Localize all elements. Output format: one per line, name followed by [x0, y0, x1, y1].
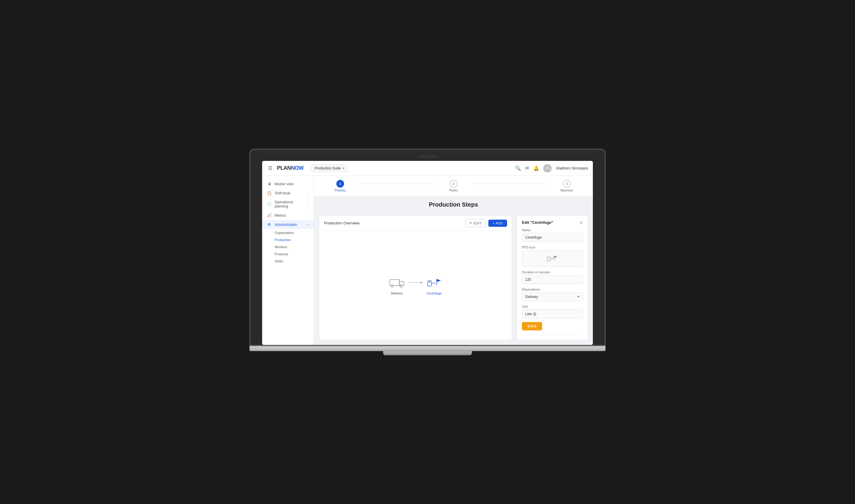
- sidebar-sub-item-products[interactable]: Products: [262, 251, 314, 258]
- content-area: 1 Process 2 Plants: [314, 176, 593, 345]
- step-label-plants: Plants: [449, 189, 458, 192]
- panel-title: Edit "Centrifuge": [522, 220, 553, 225]
- field-duration: Duration in minutes: [522, 270, 583, 284]
- main-split: Production Overview ✏ EDIT + ADD: [314, 211, 593, 345]
- edit-label: EDIT: [474, 221, 482, 225]
- svg-rect-8: [547, 257, 550, 261]
- metrics-icon: 📈: [267, 213, 272, 218]
- step-circle-machines: 3: [563, 180, 571, 187]
- canvas-header: Production Overview ✏ EDIT + ADD: [319, 216, 512, 231]
- sub-item-label: Workers: [274, 245, 287, 249]
- sub-item-label: Shifts: [274, 259, 283, 263]
- sub-item-label: Organization: [274, 231, 294, 234]
- laptop-screen: ☰ PLAN NOW Production Suite ▾ 🔍 ✉ 🔔 VS: [249, 149, 606, 346]
- app-body: 🖥 Master view 📋 Shift book › 📄 Operation…: [262, 176, 593, 345]
- laptop-base: [249, 346, 606, 351]
- chevron-right-icon: ›: [308, 214, 309, 217]
- canvas-body: Delivery: [319, 231, 512, 340]
- pfd-icon-box[interactable]: [522, 250, 583, 267]
- flow-arrow: [409, 282, 423, 284]
- duration-label: Duration in minutes: [522, 270, 583, 274]
- unit-label: Unit: [522, 305, 583, 308]
- avatar-initials: VS: [545, 166, 550, 170]
- close-button[interactable]: ✕: [580, 220, 583, 225]
- dependency-label: Dependency: [522, 288, 583, 291]
- sidebar-item-master-view[interactable]: 🖥 Master view: [262, 179, 314, 188]
- save-button[interactable]: SAVE: [522, 322, 542, 330]
- search-icon[interactable]: 🔍: [515, 165, 521, 171]
- logo: PLAN NOW: [277, 165, 304, 171]
- step-line-1: [359, 184, 434, 184]
- pfd-label: PFD icon: [522, 246, 583, 249]
- step-label-machines: Machines: [560, 189, 573, 192]
- menu-icon[interactable]: ☰: [267, 164, 273, 172]
- suite-chevron-icon: ▾: [343, 166, 344, 170]
- edit-icon: ✏: [469, 221, 472, 225]
- stepper: 1 Process 2 Plants: [314, 176, 593, 197]
- suite-selector[interactable]: Production Suite ▾: [311, 164, 348, 172]
- laptop-notch: [418, 155, 437, 159]
- user-name: Vladimirs Simonjans: [556, 166, 588, 170]
- sidebar-item-operational-planning[interactable]: 📄 Operational planning ›: [262, 198, 314, 211]
- sidebar-item-label: Master view: [274, 182, 293, 186]
- svg-point-2: [400, 285, 402, 287]
- panel-divider: [522, 335, 583, 336]
- production-canvas: Production Overview ✏ EDIT + ADD: [319, 215, 512, 340]
- centrifuge-label: Centrifuge: [427, 291, 442, 295]
- canvas-actions: ✏ EDIT + ADD: [465, 219, 507, 227]
- chevron-right-icon: ›: [308, 203, 309, 206]
- panel-header: Edit "Centrifuge" ✕: [522, 220, 583, 225]
- page-title: Production Steps: [314, 197, 593, 211]
- sidebar-sub-item-organization[interactable]: Organization: [262, 229, 314, 236]
- add-button[interactable]: + ADD: [488, 220, 507, 227]
- logo-plan: PLAN: [277, 165, 291, 171]
- sidebar-sub-item-workers[interactable]: Workers: [262, 244, 314, 251]
- node-centrifuge[interactable]: Centrifuge: [426, 276, 443, 295]
- administration-icon: ⚙: [267, 222, 272, 227]
- sub-item-label: Production: [274, 238, 291, 241]
- name-input[interactable]: [522, 233, 583, 242]
- operational-planning-icon: 📄: [267, 202, 272, 206]
- step-plants: 2 Plants: [434, 180, 472, 192]
- delivery-icon: [389, 276, 405, 289]
- avatar: VS: [543, 164, 552, 173]
- dependency-select[interactable]: Delivery None: [522, 292, 583, 301]
- sidebar-item-metrics[interactable]: 📈 Metrics ›: [262, 211, 314, 220]
- edit-button[interactable]: ✏ EDIT: [465, 219, 486, 227]
- sidebar: 🖥 Master view 📋 Shift book › 📄 Operation…: [262, 176, 314, 345]
- field-unit: Unit: [522, 305, 583, 319]
- sidebar-item-label: Shift book: [274, 191, 290, 195]
- shift-book-icon: 📋: [267, 191, 272, 195]
- header-icons: 🔍 ✉ 🔔 VS Vladimirs Simonjans: [515, 164, 588, 173]
- sidebar-sub-item-shifts[interactable]: Shifts: [262, 258, 314, 265]
- step-process: 1 Process: [321, 180, 359, 192]
- node-delivery[interactable]: Delivery: [389, 276, 405, 295]
- step-line-2: [472, 184, 548, 184]
- name-label: Name: [522, 228, 583, 232]
- step-circle-process: 1: [336, 180, 344, 187]
- suite-label: Production Suite: [315, 166, 341, 170]
- sidebar-item-administration[interactable]: ⚙ Administration ∨: [262, 220, 314, 229]
- sidebar-item-label: Administration: [274, 222, 297, 227]
- chevron-right-icon: ›: [308, 192, 309, 195]
- svg-rect-0: [390, 280, 399, 286]
- laptop-stand: [383, 351, 472, 355]
- step-machines: 3 Machines: [548, 180, 586, 192]
- step-circle-plants: 2: [450, 180, 458, 187]
- process-flow: Delivery: [389, 276, 443, 295]
- sidebar-sub-item-production[interactable]: Production: [262, 236, 314, 244]
- centrifuge-icon: [426, 276, 443, 289]
- sub-item-label: Products: [274, 252, 288, 256]
- laptop-frame: ☰ PLAN NOW Production Suite ▾ 🔍 ✉ 🔔 VS: [249, 149, 606, 355]
- bell-icon[interactable]: 🔔: [533, 165, 539, 171]
- field-dependency: Dependency Delivery None: [522, 288, 583, 301]
- sidebar-item-shift-book[interactable]: 📋 Shift book ›: [262, 188, 314, 198]
- mail-icon[interactable]: ✉: [525, 165, 529, 171]
- unit-input[interactable]: [522, 310, 583, 319]
- duration-input[interactable]: [522, 275, 583, 284]
- add-label: + ADD: [493, 221, 503, 225]
- chevron-down-icon: ∨: [307, 223, 309, 226]
- delivery-label: Delivery: [391, 291, 403, 295]
- master-view-icon: 🖥: [267, 182, 272, 186]
- edit-panel: Edit "Centrifuge" ✕ Name PFD icon: [517, 215, 588, 340]
